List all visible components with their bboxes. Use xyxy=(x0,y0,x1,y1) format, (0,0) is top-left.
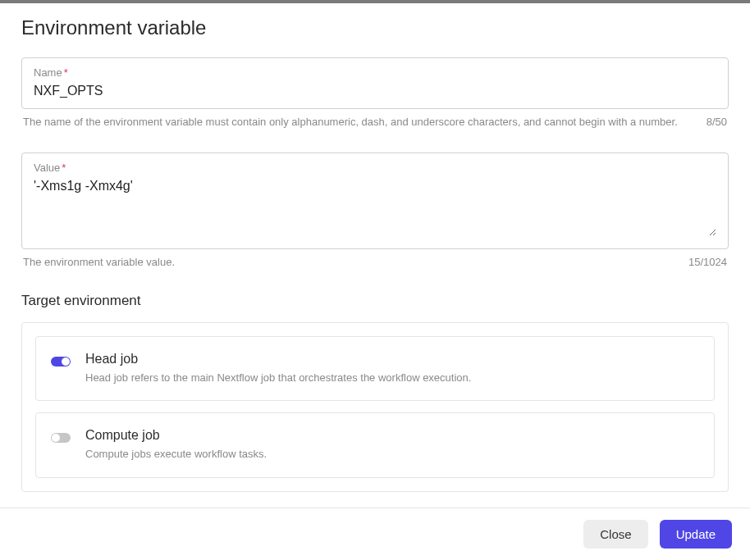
toggle-compute-job[interactable] xyxy=(51,433,71,443)
target-desc-compute-job: Compute jobs execute workflow tasks. xyxy=(85,446,699,462)
value-label-text: Value xyxy=(34,162,60,174)
target-title-head-job: Head job xyxy=(85,352,699,367)
name-input[interactable] xyxy=(34,84,716,98)
target-title-compute-job: Compute job xyxy=(85,428,699,443)
name-helper-row: The name of the environment variable mus… xyxy=(21,114,729,131)
value-textarea[interactable] xyxy=(34,179,716,236)
value-helper-row: The environment variable value. 15/1024 xyxy=(21,254,729,271)
name-char-counter: 8/50 xyxy=(707,114,727,131)
toggle-knob xyxy=(62,357,70,366)
toggle-knob xyxy=(52,434,60,442)
dialog-footer: Close Update xyxy=(0,508,750,560)
target-text: Head job Head job refers to the main Nex… xyxy=(85,352,699,386)
close-button[interactable]: Close xyxy=(583,520,647,549)
target-section-heading: Target environment xyxy=(21,293,729,309)
name-label-text: Name xyxy=(34,66,62,79)
dialog-content: Environment variable Name* The name of t… xyxy=(0,3,750,508)
target-card-head-job: Head job Head job refers to the main Nex… xyxy=(35,336,715,402)
required-indicator: * xyxy=(62,162,66,174)
name-field-box: Name* xyxy=(21,57,729,109)
value-char-counter: 15/1024 xyxy=(688,254,727,271)
value-helper-text: The environment variable value. xyxy=(23,254,672,271)
target-card-compute-job: Compute job Compute jobs execute workflo… xyxy=(35,412,715,478)
value-field-label: Value* xyxy=(34,162,716,174)
value-field-box: Value* xyxy=(21,153,729,249)
target-desc-head-job: Head job refers to the main Nextflow job… xyxy=(85,370,699,386)
target-container: Head job Head job refers to the main Nex… xyxy=(21,322,729,492)
update-button[interactable]: Update xyxy=(660,520,732,549)
dialog-title: Environment variable xyxy=(21,16,729,39)
target-text: Compute job Compute jobs execute workflo… xyxy=(85,428,699,462)
required-indicator: * xyxy=(64,66,68,79)
toggle-head-job[interactable] xyxy=(51,357,71,367)
name-helper-text: The name of the environment variable mus… xyxy=(23,114,690,131)
name-field-label: Name* xyxy=(34,66,716,79)
